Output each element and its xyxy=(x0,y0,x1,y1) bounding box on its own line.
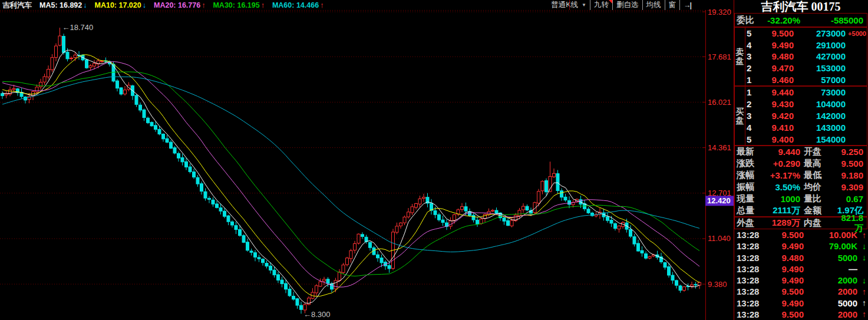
collapse-panel-icon[interactable]: →| xyxy=(679,0,694,10)
inner-label: 内盘 xyxy=(800,217,837,229)
stat-row: 振幅3.50%均价9.309 xyxy=(735,181,867,193)
ma-label: MA5: 16.892 xyxy=(39,1,82,9)
tick-trade-row: 13:289.5002000↑ xyxy=(734,309,867,320)
ma-trend-arrow-icon: ↑ xyxy=(320,1,324,9)
tick-time: 13:28 xyxy=(734,275,771,285)
panel-title: 吉利汽车 00175 xyxy=(734,0,867,13)
order-price: 9.410 xyxy=(757,123,794,133)
tick-volume: 5000 xyxy=(804,253,857,263)
stat-label: 最高 xyxy=(800,158,837,169)
app-window: 19.32017.68116.02114.36112.70111.0409.38… xyxy=(0,0,868,320)
ma-label: MA30: 16.195 xyxy=(213,1,259,9)
order-price: 9.460 xyxy=(757,75,794,85)
order-row: 59.400154000 xyxy=(745,133,867,145)
tick-price: 9.490 xyxy=(771,275,804,285)
stat-label: 总量 xyxy=(735,205,768,216)
stat-row: 最新9.440开盘9.250 xyxy=(735,146,867,158)
weibi-label: 委比 xyxy=(737,15,767,26)
tick-direction-arrow-icon: ↓ xyxy=(857,253,867,262)
svg-text:9.380: 9.380 xyxy=(708,280,727,289)
tick-trade-row: 13:289.50010.00K↑ xyxy=(734,229,867,240)
tick-trade-list[interactable]: 13:289.50010.00K↑13:289.49079.00K↓13:289… xyxy=(734,229,867,320)
chevron-down-icon: ▼ xyxy=(582,2,586,8)
tick-direction-arrow-icon: ↑ xyxy=(857,287,867,296)
tick-direction-arrow-icon: ↑ xyxy=(857,230,867,240)
toolbar-button-删自选[interactable]: 删自选 xyxy=(612,0,642,10)
tick-price: 9.500 xyxy=(771,286,804,296)
tick-trade-row: 13:289.4805000↓ xyxy=(734,252,867,263)
tick-time: 13:28 xyxy=(734,241,771,251)
order-price: 9.500 xyxy=(757,28,794,38)
stat-value: 9.250 xyxy=(837,147,867,157)
stat-value: 0.67 xyxy=(837,194,867,204)
order-row: 39.420142000 xyxy=(745,110,867,122)
stat-label: 量比 xyxy=(800,193,837,204)
stat-value: 9.500 xyxy=(837,159,867,169)
ma-trend-arrow-icon: ↓ xyxy=(143,1,146,9)
stat-row: 涨幅+3.17%最低9.180 xyxy=(735,170,867,182)
tick-time: 13:28 xyxy=(734,230,771,240)
tick-time: 13:28 xyxy=(734,298,771,308)
order-row: 19.44073000 xyxy=(745,87,867,98)
stat-label: 开盘 xyxy=(800,146,837,157)
tick-direction-arrow-icon: ↑ xyxy=(857,309,867,319)
stat-value: 2111万 xyxy=(768,205,800,216)
toolbar-divider xyxy=(569,0,570,10)
toolbar-button-窗[interactable]: 窗 xyxy=(665,0,680,10)
order-price: 9.430 xyxy=(757,99,794,109)
order-volume: 142000 xyxy=(794,111,846,121)
tick-volume: — xyxy=(804,264,857,274)
order-level: 4 xyxy=(745,123,757,133)
tick-time: 13:28 xyxy=(734,253,771,263)
stat-value: 1000 xyxy=(768,194,800,204)
order-price: 9.440 xyxy=(757,87,794,97)
tick-volume: 2000 xyxy=(804,309,857,319)
svg-text:←18.740: ←18.740 xyxy=(62,23,94,32)
quote-panel: 吉利汽车 00175 委比 -32.20% -585000 卖盘 59.5002… xyxy=(734,0,868,320)
tick-direction-arrow-icon: ↓ xyxy=(857,276,867,285)
tick-time: 13:28 xyxy=(734,264,771,274)
order-row: 39.480427000 xyxy=(745,51,867,62)
ma-label: MA60: 14.466 xyxy=(272,1,319,9)
order-volume: 143000 xyxy=(794,123,846,133)
tick-volume: 2000 xyxy=(804,286,857,296)
buy-label: 买盘 xyxy=(735,87,745,145)
tick-trade-row: 13:289.4905000↑ xyxy=(734,298,867,309)
chart-header: 吉利汽车 MA5: 16.892↓MA10: 17.020↓MA20: 16.7… xyxy=(2,1,324,10)
ma-legend-item: MA30: 16.195↑ xyxy=(213,1,264,9)
order-price: 9.420 xyxy=(757,111,794,121)
order-volume: 154000 xyxy=(794,134,846,144)
chart-stock-name: 吉利汽车 xyxy=(2,1,32,11)
tick-trade-row: 13:289.490— xyxy=(734,263,867,275)
tick-price: 9.480 xyxy=(771,253,804,263)
ma-legend-item: MA20: 16.776↑ xyxy=(154,1,205,9)
tick-price: 9.490 xyxy=(771,298,804,308)
svg-text:16.021: 16.021 xyxy=(708,98,731,107)
order-level: 5 xyxy=(745,28,757,38)
stat-label: 金额 xyxy=(800,205,837,216)
stat-label: 现量 xyxy=(735,193,768,204)
order-volume: 73000 xyxy=(794,87,846,97)
ma-legend-item: MA10: 17.020↓ xyxy=(95,1,146,9)
kline-canvas[interactable]: 19.32017.68116.02114.36112.70111.0409.38… xyxy=(0,0,734,320)
weibi-value: -585000 xyxy=(800,15,863,25)
order-volume: 153000 xyxy=(794,63,846,73)
weibi-percent: -32.20% xyxy=(767,15,800,25)
stat-row: 涨跌+0.290最高9.500 xyxy=(735,158,867,170)
order-row: 49.410143000 xyxy=(745,121,867,133)
order-volume-change: +5000 xyxy=(846,30,867,37)
kline-chart[interactable]: 19.32017.68116.02114.36112.70111.0409.38… xyxy=(0,0,734,320)
ma-trend-arrow-icon: ↑ xyxy=(261,1,265,9)
toolbar-button-九转[interactable]: 九转 xyxy=(590,0,612,10)
tick-trade-row: 13:289.49079.00K↓ xyxy=(734,240,867,252)
toolbar-button-均线[interactable]: 均线 xyxy=(642,0,665,10)
order-level: 3 xyxy=(745,111,757,121)
outer-value: 1289万 xyxy=(768,217,800,229)
stat-value: 3.50% xyxy=(768,182,800,192)
order-level: 2 xyxy=(745,63,757,73)
tick-volume: 2000 xyxy=(804,275,857,285)
sell-label: 卖盘 xyxy=(735,28,745,85)
order-row: 29.430104000 xyxy=(745,98,867,110)
tick-trade-row: 13:289.5002000↑ xyxy=(734,286,867,297)
order-volume: 427000 xyxy=(794,51,846,61)
